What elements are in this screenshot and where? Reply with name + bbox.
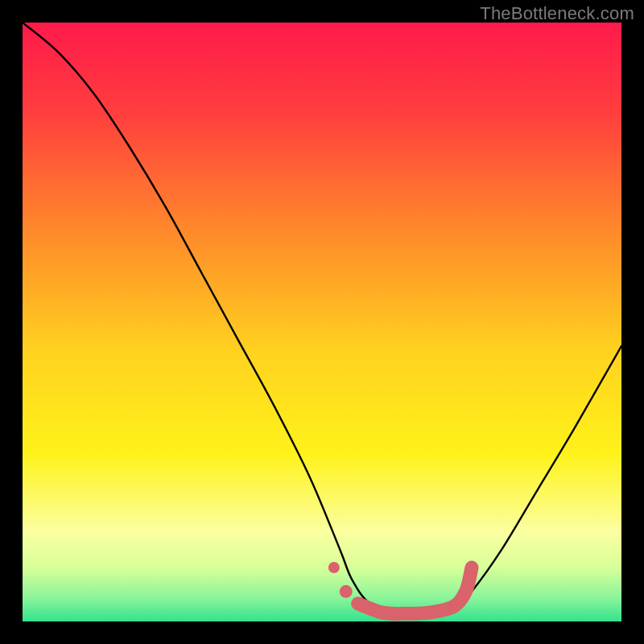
- watermark-text: TheBottleneck.com: [480, 3, 634, 24]
- chart-frame: TheBottleneck.com: [0, 0, 644, 644]
- bottleneck-chart: [23, 23, 621, 621]
- marker-dot: [340, 585, 353, 598]
- plot-area: [23, 23, 621, 621]
- gradient-background: [23, 23, 621, 621]
- marker-dot: [328, 562, 340, 573]
